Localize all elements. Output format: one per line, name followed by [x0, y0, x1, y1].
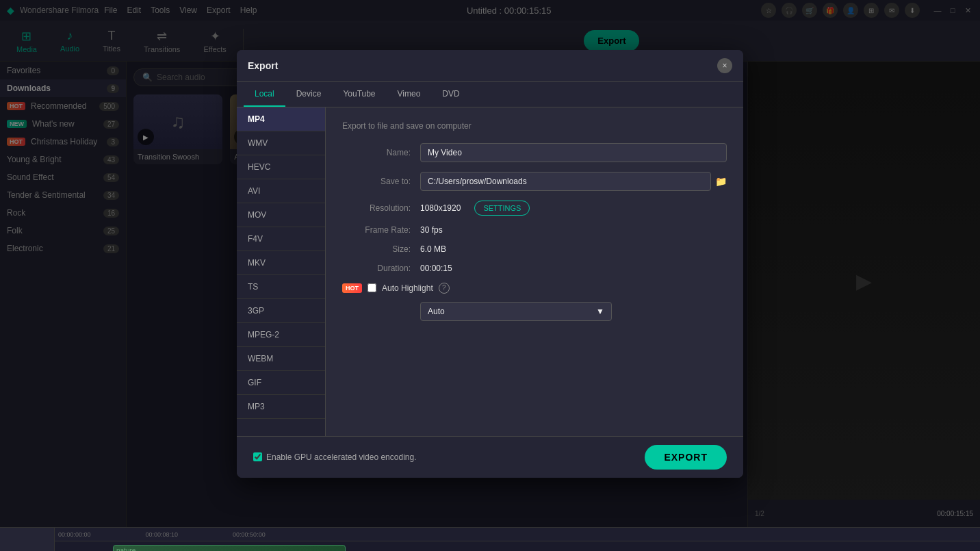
- dialog-header: Export ×: [237, 50, 743, 82]
- dialog-tab-local[interactable]: Local: [244, 82, 285, 107]
- gpu-checkbox[interactable]: [253, 452, 262, 461]
- format-ts[interactable]: TS: [237, 275, 325, 299]
- format-avi[interactable]: AVI: [237, 179, 325, 203]
- format-hevc[interactable]: HEVC: [237, 155, 325, 179]
- size-label: Size:: [342, 244, 411, 254]
- ruler-end: 00:00:50:00: [233, 531, 266, 538]
- ruler-start: 00:00:00:00: [58, 531, 91, 538]
- duration-value: 00:00:15: [420, 264, 727, 273]
- save-to-setting-row: Save to: C:/Users/prosw/Downloads 📁: [342, 172, 727, 191]
- format-mkv[interactable]: MKV: [237, 251, 325, 275]
- duration-text: 00:00:15: [420, 264, 452, 273]
- resolution-value: 1080x1920 SETTINGS: [420, 201, 727, 216]
- frame-rate-label: Frame Rate:: [342, 225, 411, 235]
- dialog-title: Export: [248, 60, 278, 71]
- auto-highlight-info-icon[interactable]: ?: [439, 283, 450, 294]
- dialog-tab-device[interactable]: Device: [285, 82, 333, 107]
- format-3gp[interactable]: 3GP: [237, 299, 325, 323]
- size-setting-row: Size: 6.0 MB: [342, 244, 727, 254]
- dialog-close-button[interactable]: ×: [717, 58, 732, 73]
- format-mp3[interactable]: MP3: [237, 395, 325, 419]
- dropdown-chevron-icon: ▼: [596, 307, 604, 316]
- save-path-text: C:/Users/prosw/Downloads: [428, 177, 527, 186]
- format-wmv[interactable]: WMV: [237, 131, 325, 155]
- timeline-tool-controls: ↩ ↪ 🗑 ✂ ⚖ 🎵: [0, 528, 55, 551]
- auto-highlight-row: HOT Auto Highlight ?: [342, 283, 727, 294]
- format-mpeg2[interactable]: MPEG-2: [237, 323, 325, 347]
- dialog-tabs: Local Device YouTube Vimeo DVD: [237, 82, 743, 107]
- auto-highlight-label: Auto Highlight: [382, 283, 433, 293]
- auto-dropdown-value: Auto ▼: [420, 302, 727, 321]
- size-text: 6.0 MB: [420, 244, 446, 254]
- dialog-tab-youtube[interactable]: YouTube: [332, 82, 386, 107]
- resolution-settings-button[interactable]: SETTINGS: [474, 201, 530, 216]
- gpu-checkbox-row: Enable GPU accelerated video encoding.: [253, 452, 416, 462]
- browse-folder-icon[interactable]: 📁: [715, 176, 727, 187]
- resolution-text: 1080x1920: [420, 203, 461, 213]
- duration-setting-row: Duration: 00:00:15: [342, 264, 727, 273]
- resolution-label: Resolution:: [342, 203, 411, 213]
- video-track-content: nature: [109, 541, 980, 551]
- format-webm[interactable]: WEBM: [237, 347, 325, 371]
- name-value: [420, 143, 727, 162]
- dialog-overlay: Export × Local Device YouTube Vimeo DVD: [0, 0, 980, 527]
- save-to-value: C:/Users/prosw/Downloads 📁: [420, 172, 727, 191]
- video-clip[interactable]: nature: [113, 545, 346, 551]
- format-list: MP4 WMV HEVC AVI MOV F4V MKV TS 3GP MPEG…: [237, 107, 326, 436]
- format-mov[interactable]: MOV: [237, 203, 325, 227]
- auto-highlight-hot-tag: HOT: [342, 283, 362, 293]
- video-clip-label: nature: [114, 545, 138, 551]
- timeline-area: ↩ ↪ 🗑 ✂ ⚖ 🎵 00:00:00:00 00:00:08:10 00:0…: [0, 527, 980, 551]
- format-gif[interactable]: GIF: [237, 371, 325, 395]
- save-to-label: Save to:: [342, 177, 411, 186]
- export-dialog: Export × Local Device YouTube Vimeo DVD: [237, 50, 743, 478]
- size-value: 6.0 MB: [420, 244, 727, 254]
- auto-highlight-checkbox[interactable]: [368, 283, 376, 292]
- frame-rate-setting-row: Frame Rate: 30 fps: [342, 225, 727, 235]
- format-f4v[interactable]: F4V: [237, 227, 325, 251]
- export-final-button[interactable]: EXPORT: [645, 445, 727, 470]
- name-setting-row: Name:: [342, 143, 727, 162]
- export-description: Export to file and save on computer: [342, 121, 727, 131]
- ruler-mid: 00:00:08:10: [146, 531, 179, 538]
- name-input[interactable]: [420, 143, 727, 162]
- dialog-tab-vimeo[interactable]: Vimeo: [387, 82, 432, 107]
- frame-rate-text: 30 fps: [420, 225, 443, 235]
- export-settings-panel: Export to file and save on computer Name…: [326, 107, 743, 436]
- dialog-body: MP4 WMV HEVC AVI MOV F4V MKV TS 3GP MPEG…: [237, 107, 743, 436]
- dialog-footer: Enable GPU accelerated video encoding. E…: [237, 436, 743, 478]
- name-label: Name:: [342, 148, 411, 157]
- dialog-tab-dvd[interactable]: DVD: [431, 82, 470, 107]
- timeline-tracks-container: 00:00:00:00 00:00:08:10 00:00:50:00 🎬 V1…: [55, 528, 980, 551]
- format-mp4[interactable]: MP4: [237, 107, 325, 131]
- resolution-setting-row: Resolution: 1080x1920 SETTINGS: [342, 201, 727, 216]
- duration-label: Duration:: [342, 264, 411, 273]
- timeline-ruler: 00:00:00:00 00:00:08:10 00:00:50:00: [55, 528, 980, 541]
- save-path-display: C:/Users/prosw/Downloads: [420, 172, 711, 191]
- gpu-label: Enable GPU accelerated video encoding.: [266, 452, 416, 462]
- auto-dropdown-select[interactable]: Auto ▼: [420, 302, 612, 321]
- video-track-row: 🎬 V1 nature: [55, 541, 980, 551]
- frame-rate-value: 30 fps: [420, 225, 727, 235]
- auto-dropdown-row: Auto ▼: [342, 302, 727, 321]
